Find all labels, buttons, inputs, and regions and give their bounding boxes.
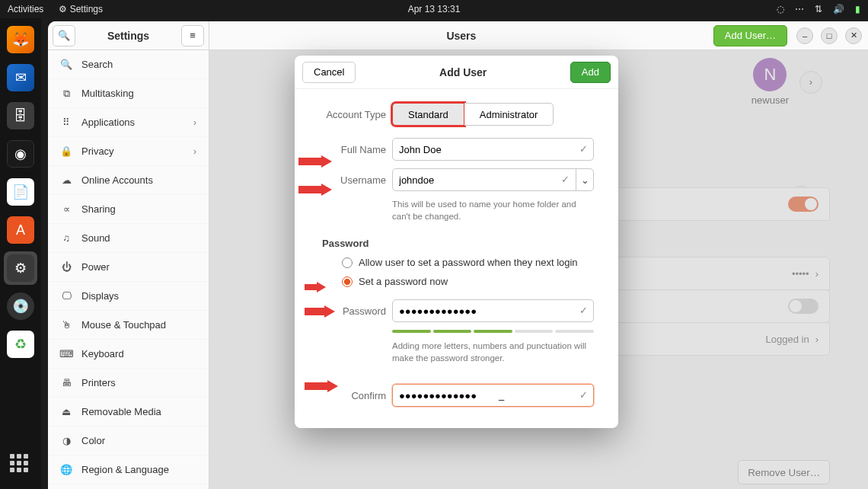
check-icon: ✓ [579, 389, 588, 401]
full-name-input[interactable] [392, 138, 594, 161]
dock-settings[interactable]: ⚙ [4, 251, 37, 285]
sidebar-item-search[interactable]: 🔍Search [48, 50, 209, 79]
sidebar-item-icon: 🖱 [60, 319, 72, 331]
dock-rhythmbox[interactable]: ◉ [4, 137, 37, 171]
sidebar-item-removable-media[interactable]: ⏏Removable Media [48, 398, 209, 427]
sidebar-item-region-language[interactable]: 🌐Region & Language [48, 455, 209, 484]
svg-marker-0 [298, 155, 332, 168]
sidebar-item-icon: ◑ [60, 435, 72, 446]
sidebar-item-icon: 🔒 [60, 145, 72, 157]
password-hint: Adding more letters, numbers and punctua… [392, 340, 594, 364]
close-button[interactable]: ✕ [845, 27, 862, 44]
sidebar-item-icon: 🖶 [60, 377, 72, 388]
add-user-button[interactable]: Add User… [713, 25, 787, 46]
search-icon: 🔍 [58, 30, 70, 41]
annotation-arrow [305, 282, 326, 292]
sidebar-title: Settings [80, 30, 177, 42]
sidebar-item-icon: ⠿ [60, 117, 72, 128]
standard-option[interactable]: Standard [392, 103, 464, 126]
sidebarferry-label: Printers [81, 377, 116, 388]
check-icon: ✓ [579, 143, 588, 155]
sidebar-item-icon: ⌨ [60, 348, 72, 360]
chevron-down-icon: ⌄ [581, 174, 589, 186]
dock-disk[interactable]: 💿 [4, 289, 37, 323]
username-dropdown[interactable]: ⌄ [576, 168, 594, 191]
sidebarferry-label: Applications [81, 117, 135, 128]
svg-marker-2 [305, 282, 326, 292]
volume-icon[interactable]: 🔊 [833, 4, 844, 14]
sidebar-item-color[interactable]: ◑Color [48, 427, 209, 455]
svg-marker-4 [305, 380, 338, 392]
disk-icon: 💿 [7, 292, 34, 320]
radio-icon [342, 257, 353, 268]
more-tray-icon[interactable]: ⋯ [795, 4, 804, 14]
sidebar-item-icon: 🌐 [60, 464, 72, 475]
thunderbird-icon: ✉ [7, 64, 34, 91]
account-type-label: Account Type [319, 109, 386, 120]
sidebarferry-label: Privacy [81, 145, 114, 157]
username-hint: This will be used to name your home fold… [392, 199, 594, 222]
add-button[interactable]: Add [570, 62, 611, 83]
dock-libreoffice[interactable]: 📄 [4, 175, 37, 209]
gear-icon: ⚙ [59, 4, 67, 14]
account-type-segment: Standard Administrator [392, 103, 554, 126]
sidebar-item-sharing[interactable]: ∝Sharing [48, 195, 209, 224]
battery-icon[interactable]: ▮ [855, 4, 860, 14]
settings-header: 🔍 Settings ≡ Users Add User… – □ ✕ [48, 21, 868, 50]
confirm-input[interactable] [392, 384, 594, 407]
sidebarferry-label: Search [81, 59, 113, 70]
dialog-title: Add User [356, 66, 570, 78]
discord-tray-icon[interactable]: ◌ [777, 4, 784, 14]
add-user-dialog: Cancel Add User Add Account Type Standar… [295, 56, 618, 428]
sidebarferry-label: Power [81, 261, 110, 273]
annotation-arrow [305, 380, 338, 392]
clock[interactable]: Apr 13 13:31 [408, 4, 461, 14]
password-input[interactable] [392, 299, 594, 322]
dock-firefox[interactable]: 🦊 [4, 23, 37, 56]
sidebar-item-sound[interactable]: ♫Sound [48, 224, 209, 253]
sidebar-item-icon: 🖵 [60, 290, 72, 302]
dock-trash[interactable]: ♻ [4, 328, 37, 361]
top-panel: Activities ⚙ Settings Apr 13 13:31 ◌ ⋯ ⇅… [0, 0, 868, 18]
sidebarferry-label: Keyboard [81, 348, 124, 360]
minimize-button[interactable]: – [796, 27, 813, 44]
sidebar-item-multitasking[interactable]: ⧉Multitasking [48, 79, 209, 108]
sidebar-item-icon: ⏻ [60, 261, 72, 273]
settings-icon: ⚙ [7, 254, 34, 282]
administrator-option[interactable]: Administrator [464, 103, 554, 126]
radio-set-now[interactable]: Set a password now [342, 276, 594, 287]
dock-thunderbird[interactable]: ✉ [4, 61, 37, 94]
sidebar-item-keyboard[interactable]: ⌨Keyboard [48, 340, 209, 369]
sidebarferry-label: Region & Language [81, 464, 169, 475]
libreoffice-icon: 📄 [7, 178, 34, 206]
sidebar-item-displays[interactable]: 🖵Displays [48, 282, 209, 311]
sidebar-item-online-accounts[interactable]: ☁Online Accounts [48, 166, 209, 195]
trash-icon: ♻ [7, 331, 34, 358]
check-icon: ✓ [579, 305, 588, 316]
sidebar-item-icon: ♫ [60, 232, 72, 244]
network-icon[interactable]: ⇅ [815, 4, 822, 14]
annotation-arrow [305, 305, 335, 318]
software-icon: A [7, 216, 34, 244]
cancel-button[interactable]: Cancel [302, 62, 356, 83]
menu-button[interactable]: ≡ [181, 25, 204, 46]
sidebar-item-printers[interactable]: 🖶Printers [48, 369, 209, 398]
sidebar: 🔍Search⧉Multitasking⠿Applications›🔒Priva… [48, 50, 209, 489]
sidebar-item-privacy[interactable]: 🔒Privacy› [48, 137, 209, 166]
sidebarferry-label: Sound [81, 232, 110, 244]
sidebar-item-applications[interactable]: ⠿Applications› [48, 108, 209, 137]
search-button[interactable]: 🔍 [53, 25, 75, 46]
sidebar-item-mouse-touchpad[interactable]: 🖱Mouse & Touchpad [48, 311, 209, 340]
sidebarferry-label: Sharing [81, 203, 116, 215]
radio-set-later[interactable]: Allow user to set a password when they n… [342, 257, 594, 268]
app-indicator[interactable]: ⚙ Settings [59, 4, 103, 14]
activities-button[interactable]: Activities [8, 4, 43, 14]
dock-software[interactable]: A [4, 213, 37, 247]
dock-show-apps[interactable] [4, 448, 37, 481]
dock-files[interactable]: 🗄 [4, 99, 37, 133]
maximize-button[interactable]: □ [821, 27, 838, 44]
grid-icon [10, 454, 31, 475]
sidebarferry-label: Removable Media [81, 406, 161, 417]
sidebar-item-power[interactable]: ⏻Power [48, 253, 209, 282]
annotation-arrow [298, 155, 332, 168]
